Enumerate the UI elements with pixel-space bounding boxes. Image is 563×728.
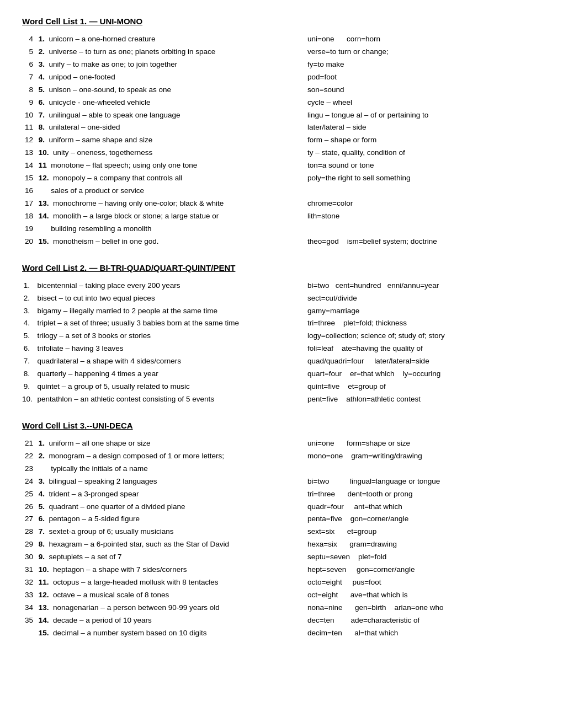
list-item: 2. bisect – to cut into two equal pieces…: [22, 293, 541, 304]
list-item: 35 14. decade – a period of 10 years dec…: [22, 615, 541, 627]
section-list3: Word Cell List 3.--UNI-DECA 21 1. unifor…: [22, 421, 541, 639]
section-title-1: Word Cell List 1. — UNI-MONO: [22, 17, 541, 26]
list-item: 7 4. unipod – one-footed pod=foot: [22, 72, 541, 83]
list-item: 22 2. monogram – a design composed of 1 …: [22, 451, 541, 462]
list-item: 8. quarterly – happening 4 times a year …: [22, 368, 541, 380]
list-item: 10 7. unilingual – able to speak one lan…: [22, 110, 541, 121]
list-item: 34 13. nonagenarian – a person between 9…: [22, 602, 541, 614]
list-item: 21 1. uniform – all one shape or size un…: [22, 438, 541, 449]
list-item: 25 4. trident – a 3-pronged spear tri=th…: [22, 489, 541, 500]
list-item: 3. bigamy – illegally married to 2 peopl…: [22, 306, 541, 317]
list-item: 20 15. monotheism – belief in one god. t…: [22, 236, 541, 248]
list-item: 11 8. unilateral – one-sided later/later…: [22, 122, 541, 133]
list-item: 9. quintet – a group of 5, usually relat…: [22, 381, 541, 393]
word-list-1: 4 1. unicorn – a one-horned creature uni…: [22, 34, 541, 248]
list-item: 5. trilogy – a set of 3 books or stories…: [22, 330, 541, 342]
list-item: 18 14. monolith – a large block or stone…: [22, 211, 541, 222]
list-item: 32 11. octopus – a large-headed mollusk …: [22, 577, 541, 588]
list-item: 15. decimal – a number system based on 1…: [22, 628, 541, 639]
list-item: 26 5. quadrant – one quarter of a divide…: [22, 501, 541, 513]
section-list1: Word Cell List 1. — UNI-MONO 4 1. unicor…: [22, 17, 541, 248]
list-item: 13 10. unity – oneness, togetherness ty …: [22, 147, 541, 159]
list-item: 31 10. heptagon – a shape with 7 sides/c…: [22, 564, 541, 576]
list-item: 19 building resembling a monolith: [22, 223, 541, 235]
list-item: 16 sales of a product or service: [22, 185, 541, 197]
list-item: 1. bicentennial – taking place every 200…: [22, 280, 541, 292]
section-list2: Word Cell List 2. — BI-TRI-QUAD/QUART-QU…: [22, 263, 541, 405]
list-item: 5 2. universe – to turn as one; planets …: [22, 46, 541, 58]
list-item: 4 1. unicorn – a one-horned creature uni…: [22, 34, 541, 45]
list-item: 7. quadrilateral – a shape with 4 sides/…: [22, 356, 541, 367]
section-title-2: Word Cell List 2. — BI-TRI-QUAD/QUART-QU…: [22, 263, 541, 272]
list-item: 6. trifoliate – having 3 leaves foli=lea…: [22, 343, 541, 355]
list-item: 17 13. monochrome – having only one-colo…: [22, 198, 541, 210]
list-item: 9 6. unicycle - one-wheeled vehicle cycl…: [22, 97, 541, 109]
list-item: 27 6. pentagon – a 5-sided figure penta=…: [22, 513, 541, 525]
list-item: 10. pentathlon – an athletic contest con…: [22, 394, 541, 405]
list-item: 28 7. sextet-a group of 6; usually music…: [22, 526, 541, 538]
section-title-3: Word Cell List 3.--UNI-DECA: [22, 421, 541, 430]
list-item: 12 9. uniform – same shape and size form…: [22, 135, 541, 146]
list-item: 30 9. septuplets – a set of 7 septu=seve…: [22, 552, 541, 563]
list-item: 6 3. unify – to make as one; to join tog…: [22, 59, 541, 71]
word-list-3: 21 1. uniform – all one shape or size un…: [22, 438, 541, 639]
list-item: 8 5. unison – one-sound, to speak as one…: [22, 84, 541, 96]
list-item: 33 12. octave – a musical scale of 8 ton…: [22, 590, 541, 601]
list-item: 15 12. monopoly – a company that control…: [22, 173, 541, 184]
list-item: 23 typically the initials of a name: [22, 463, 541, 475]
list-item: 4. triplet – a set of three; usually 3 b…: [22, 318, 541, 329]
list-item: 24 3. bilingual – speaking 2 languages b…: [22, 476, 541, 488]
word-list-2: 1. bicentennial – taking place every 200…: [22, 280, 541, 405]
list-item: 14 11 monotone – flat speech; using only…: [22, 160, 541, 172]
list-item: 29 8. hexagram – a 6-pointed star, such …: [22, 539, 541, 550]
page-content: Word Cell List 1. — UNI-MONO 4 1. unicor…: [22, 17, 541, 639]
